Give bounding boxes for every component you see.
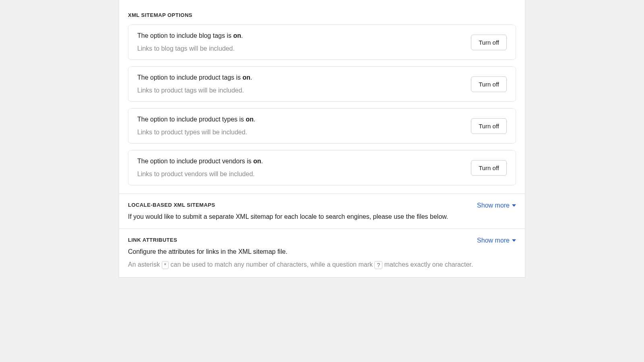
hint-part: An asterisk (128, 261, 162, 268)
option-card-product-types: The option to include product types is o… (128, 108, 516, 144)
option-status-prefix: The option to include product vendors is (137, 158, 253, 165)
option-text: The option to include product tags is on… (137, 74, 471, 94)
option-state: on (253, 158, 261, 165)
question-keycap: ? (374, 261, 382, 269)
hint-part: matches exactly one character. (382, 261, 473, 268)
section-locale-sitemaps: LOCALE-BASED XML SITEMAPS Show more If y… (119, 194, 525, 229)
turn-off-button-blog-tags[interactable]: Turn off (471, 35, 507, 50)
show-more-label: Show more (477, 202, 510, 209)
section-header: LINK ATTRIBUTES Show more (128, 237, 516, 244)
option-text: The option to include blog tags is on. L… (137, 32, 471, 52)
option-status-suffix: . (261, 158, 263, 165)
option-status: The option to include blog tags is on. (137, 32, 471, 39)
section-title: LINK ATTRIBUTES (128, 237, 177, 243)
hint-text: An asterisk * can be used to match any n… (128, 261, 516, 269)
option-card-product-vendors: The option to include product vendors is… (128, 150, 516, 185)
caret-down-icon (512, 239, 516, 242)
section-title: XML SITEMAP OPTIONS (128, 12, 516, 18)
section-xml-sitemap-options: XML SITEMAP OPTIONS The option to includ… (119, 0, 525, 194)
option-desc: Links to product types will be included. (137, 129, 471, 136)
section-link-attributes: LINK ATTRIBUTES Show more Configure the … (119, 229, 525, 277)
turn-off-button-product-types[interactable]: Turn off (471, 118, 507, 134)
option-text: The option to include product types is o… (137, 116, 471, 136)
option-status-suffix: . (250, 74, 252, 81)
show-more-locale[interactable]: Show more (477, 202, 516, 209)
option-status: The option to include product vendors is… (137, 158, 471, 165)
turn-off-button-product-tags[interactable]: Turn off (471, 76, 507, 92)
option-desc: Links to blog tags will be included. (137, 45, 471, 52)
option-state: on (246, 116, 254, 123)
show-more-label: Show more (477, 237, 510, 244)
option-state: on (233, 32, 241, 39)
option-card-product-tags: The option to include product tags is on… (128, 66, 516, 102)
section-desc: Configure the attributes for links in th… (128, 248, 516, 255)
option-status: The option to include product tags is on… (137, 74, 471, 81)
option-status-suffix: . (241, 32, 243, 39)
caret-down-icon (512, 204, 516, 207)
asterisk-keycap: * (162, 261, 169, 269)
show-more-link-attributes[interactable]: Show more (477, 237, 516, 244)
option-status: The option to include product types is o… (137, 116, 471, 123)
hint-part: can be used to match any number of chara… (169, 261, 374, 268)
option-state: on (243, 74, 251, 81)
section-desc: If you would like to submit a separate X… (128, 213, 516, 220)
option-status-prefix: The option to include blog tags is (137, 32, 233, 39)
option-text: The option to include product vendors is… (137, 158, 471, 178)
option-status-prefix: The option to include product tags is (137, 74, 243, 81)
turn-off-button-product-vendors[interactable]: Turn off (471, 160, 507, 176)
option-desc: Links to product tags will be included. (137, 87, 471, 94)
settings-panel: XML SITEMAP OPTIONS The option to includ… (119, 0, 525, 278)
option-desc: Links to product vendors will be include… (137, 171, 471, 178)
section-header: LOCALE-BASED XML SITEMAPS Show more (128, 202, 516, 209)
option-status-suffix: . (254, 116, 255, 123)
option-status-prefix: The option to include product types is (137, 116, 246, 123)
section-title: LOCALE-BASED XML SITEMAPS (128, 202, 215, 208)
option-card-blog-tags: The option to include blog tags is on. L… (128, 25, 516, 60)
